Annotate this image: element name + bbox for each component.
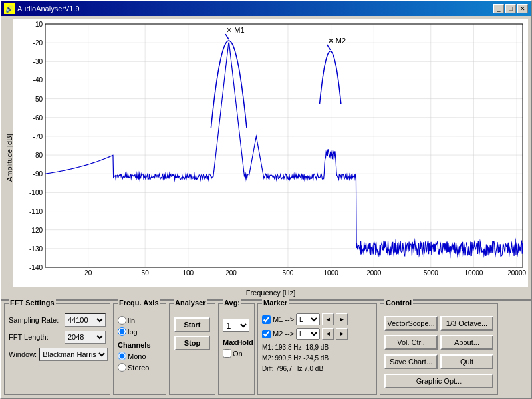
frequ-group-label: Frequ. Axis	[118, 299, 160, 307]
frequ-axis-group: Frequ. Axis lin log Channels Mono	[113, 303, 166, 395]
chart-canvas-wrapper	[13, 19, 528, 287]
lin-radio[interactable]	[118, 316, 126, 325]
mono-radio[interactable]	[118, 352, 126, 360]
title-bar-left: 🔊 AudioAnalyserV1.9	[4, 3, 80, 14]
avg-select[interactable]: 1 2 4 8 16	[223, 319, 249, 332]
control-row-3: Save Chart... Quit	[384, 354, 493, 369]
sampling-rate-row: Sampling Rate: 44100 22050 11025	[9, 313, 106, 327]
y-axis-label: Amplitude [dB]	[4, 19, 13, 297]
m1-label: M1 -->	[273, 315, 294, 323]
stereo-radio-row: Stereo	[118, 363, 162, 372]
sampling-rate-select[interactable]: 44100 22050 11025	[65, 313, 106, 327]
chart-area: Amplitude [dB] Frequency [Hz]	[1, 16, 531, 299]
marker-group-label: Marker	[262, 299, 289, 307]
m2-next-button[interactable]: ►	[336, 328, 348, 340]
app-icon: 🔊	[4, 3, 15, 14]
m1-next-button[interactable]: ►	[336, 313, 348, 325]
marker-info: M1: 193,8 Hz -18,9 dB M2: 990,5 Hz -24,5…	[262, 342, 372, 374]
vol-ctrl-button[interactable]: Vol. Ctrl.	[384, 335, 438, 350]
window-label: Window:	[9, 350, 37, 358]
graphic-opt-button[interactable]: Graphic Opt...	[384, 374, 493, 388]
fft-length-row: FFT Length: 2048 1024 512 256	[9, 331, 106, 344]
m1-prev-button[interactable]: ◄	[322, 313, 334, 325]
mono-label: Mono	[128, 352, 146, 360]
main-window: 🔊 AudioAnalyserV1.9 _ □ ✕ Amplitude [dB]…	[0, 0, 532, 399]
title-bar-buttons: _ □ ✕	[493, 4, 528, 13]
diff-info: Diff: 796,7 Hz 7,0 dB	[262, 364, 372, 374]
minimize-button[interactable]: _	[493, 4, 504, 13]
octave-button[interactable]: 1/3 Octave...	[440, 316, 493, 331]
analyser-group-label: Analyser	[174, 299, 207, 307]
title-bar: 🔊 AudioAnalyserV1.9 _ □ ✕	[1, 1, 531, 16]
log-radio-row: log	[118, 327, 162, 336]
stereo-label: Stereo	[128, 364, 149, 372]
vectorscope-button[interactable]: VectorScope...	[384, 316, 438, 331]
x-axis-label: Frequency [Hz]	[13, 287, 528, 297]
fft-group-label: FFT Settings	[9, 299, 56, 307]
control-row-1: VectorScope... 1/3 Octave...	[384, 316, 493, 331]
control-row-4: Graphic Opt...	[384, 374, 493, 388]
control-group: Control VectorScope... 1/3 Octave... Vol…	[380, 303, 498, 395]
window-row: Window: Blackman Harris Hanning Hamming …	[9, 348, 106, 361]
maxhold-checkbox[interactable]	[223, 349, 231, 358]
lin-radio-row: lin	[118, 316, 162, 325]
bottom-panel: FFT Settings Sampling Rate: 44100 22050 …	[1, 299, 531, 398]
save-chart-button[interactable]: Save Chart...	[384, 354, 438, 369]
window-select[interactable]: Blackman Harris Hanning Hamming Rectangu…	[39, 348, 108, 361]
avg-group-label: Avg:	[223, 299, 241, 307]
m2-channel-select[interactable]: L R	[296, 328, 320, 340]
m2-prev-button[interactable]: ◄	[322, 328, 334, 340]
log-radio[interactable]	[118, 327, 126, 336]
m2-label: M2 -->	[273, 330, 294, 338]
marker1-row: M1 --> L R ◄ ►	[262, 313, 372, 325]
channels-label: Channels	[118, 341, 162, 349]
m1-checkbox[interactable]	[262, 315, 271, 324]
spectrum-canvas[interactable]	[13, 19, 528, 287]
m1-channel-select[interactable]: L R	[296, 313, 320, 325]
marker2-row: M2 --> L R ◄ ►	[262, 328, 372, 340]
log-label: log	[128, 328, 138, 336]
maxhold-on-row: On	[223, 349, 250, 358]
start-button[interactable]: Start	[174, 317, 210, 332]
marker-group: Marker M1 --> L R ◄ ► M2 --> L	[257, 303, 377, 395]
analyser-group: Analyser Start Stop	[169, 303, 215, 395]
close-button[interactable]: ✕	[517, 4, 528, 13]
m1-info: M1: 193,8 Hz -18,9 dB	[262, 342, 372, 353]
lin-label: lin	[128, 317, 135, 325]
maximize-button[interactable]: □	[505, 4, 516, 13]
quit-button[interactable]: Quit	[440, 354, 493, 369]
sampling-rate-label: Sampling Rate:	[9, 316, 62, 324]
avg-group: Avg: 1 2 4 8 16 MaxHold On	[218, 303, 255, 395]
about-button[interactable]: About...	[440, 335, 493, 350]
fft-settings-group: FFT Settings Sampling Rate: 44100 22050 …	[4, 303, 110, 395]
window-title: AudioAnalyserV1.9	[17, 5, 80, 13]
m2-checkbox[interactable]	[262, 330, 271, 338]
fft-length-label: FFT Length:	[9, 333, 62, 341]
control-group-label: Control	[384, 299, 413, 307]
m2-info: M2: 990,5 Hz -24,5 dB	[262, 353, 372, 364]
maxhold-label: MaxHold	[223, 338, 250, 346]
chart-container: Frequency [Hz]	[13, 19, 528, 297]
stereo-radio[interactable]	[118, 363, 126, 372]
mono-radio-row: Mono	[118, 352, 162, 360]
maxhold-on-label: On	[233, 350, 243, 358]
fft-length-select[interactable]: 2048 1024 512 256	[65, 331, 106, 344]
control-row-2: Vol. Ctrl. About...	[384, 335, 493, 350]
stop-button[interactable]: Stop	[174, 336, 210, 350]
